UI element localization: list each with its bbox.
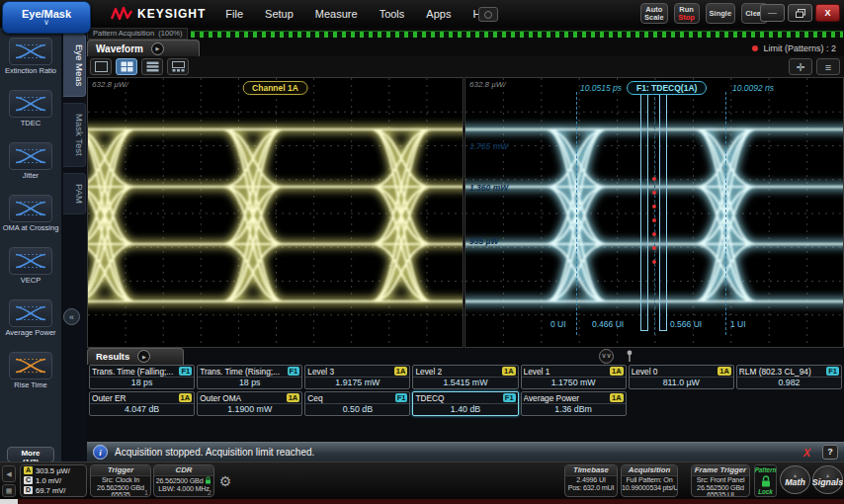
gear-icon[interactable]: ⚙ xyxy=(216,472,234,490)
side-tab[interactable]: PAM xyxy=(63,173,86,214)
extinction-ratio-icon xyxy=(9,38,52,65)
acquisition-panel[interactable]: Acquisition Full Pattern: On10.99000534 … xyxy=(621,464,678,497)
channel-row[interactable]: A 303.5 µW/ xyxy=(21,465,86,475)
waveform-panel-tdecq[interactable]: 632.8 µW/ 10.0515 ps F1: TDECQ(1A) 10.00… xyxy=(464,77,844,348)
jitter-icon xyxy=(9,142,52,170)
channel-row[interactable]: D 69.7 mV/ xyxy=(21,485,86,495)
channel-badge: A xyxy=(24,466,33,474)
panel-grid-button[interactable]: ▦ xyxy=(2,484,16,497)
collapse-sidebar-button[interactable]: « xyxy=(63,308,80,325)
results-section: Results ▶ ∨∨ Trans. Time (Falling;... F1… xyxy=(87,348,844,442)
time-annotation-right: 10.0092 ns xyxy=(732,83,774,93)
oma-at-crossing-icon xyxy=(9,195,52,222)
display-menu-icon[interactable]: ≡ xyxy=(816,58,840,75)
flexdca-app: KEYSIGHT FileSetupMeasureToolsAppsHelp A… xyxy=(0,0,844,504)
result-cell[interactable]: Trans. Time (Rising;... F1 18 ps xyxy=(197,365,302,389)
scroll-left-button[interactable]: ◀ xyxy=(2,465,16,482)
menu-item[interactable]: Apps xyxy=(426,8,451,20)
measurement-list: Extinction Ratio TDEC xyxy=(0,38,61,404)
play-icon[interactable]: ▶ xyxy=(151,42,164,55)
menu-item[interactable]: File xyxy=(225,8,243,20)
menu-item[interactable]: Measure xyxy=(315,8,358,20)
source-badge: F1 xyxy=(395,393,408,402)
source-badge: F1 xyxy=(179,367,192,376)
ui-label-0: 0 UI xyxy=(550,319,566,329)
tab-waveform[interactable]: Waveform ▶ xyxy=(87,40,200,56)
result-cell[interactable]: Trans. Time (Falling;... F1 18 ps xyxy=(89,365,195,389)
result-cell[interactable]: TDECQ F1 1.40 dB xyxy=(412,391,518,416)
pattern-progress-bar xyxy=(191,31,843,38)
side-tab-strip: Eye Meas Mask Test PAM xyxy=(61,28,87,464)
channel-row[interactable]: C 1.0 mV/ xyxy=(21,475,86,485)
measurement-button[interactable]: Jitter xyxy=(0,142,61,195)
single-button[interactable]: Single xyxy=(706,3,736,24)
result-cell[interactable]: Level 1 1A 1.1750 mW xyxy=(521,365,627,389)
layout-rows-button[interactable] xyxy=(141,58,163,75)
mode-selector-button[interactable]: Eye/Mask ∨ xyxy=(2,1,91,34)
dismiss-status-button[interactable]: X xyxy=(798,446,816,460)
measurement-button[interactable]: Extinction Ratio xyxy=(0,38,61,90)
collapse-results-icon[interactable]: ∨∨ xyxy=(599,349,614,364)
timebase-panel[interactable]: Timebase 2.4996 UIPos: 632.0 mUI xyxy=(564,464,618,497)
auto-scale-button[interactable]: Auto Scale xyxy=(640,3,668,24)
source-badge: 1A xyxy=(502,367,516,376)
channel-badge: C xyxy=(24,476,33,484)
result-cell[interactable]: Outer ER 1A 4.047 dB xyxy=(89,391,195,416)
waveform-panel-channel-1a[interactable]: 632.8 µW/ Channel 1A xyxy=(87,77,464,348)
menu-item[interactable]: Setup xyxy=(265,8,294,20)
tdecq-sample-dot xyxy=(652,260,656,264)
close-button[interactable]: X xyxy=(815,4,840,22)
result-cell[interactable]: Average Power 1A 1.36 dBm xyxy=(521,391,627,416)
cdr-panel[interactable]: CDR 26.562500 GBd LBW: 4.000 MHz 2 xyxy=(153,464,214,497)
tdecq-slicer-right[interactable] xyxy=(659,94,667,331)
screenshot-camera-icon[interactable] xyxy=(478,7,498,22)
result-value: 1.1750 mW xyxy=(522,377,626,388)
pan-move-icon[interactable]: ✛ xyxy=(789,58,812,75)
ui-marker-0[interactable] xyxy=(576,92,577,335)
frame-trigger-panel[interactable]: Frame Trigger Src: Front Panel26.562500 … xyxy=(691,464,750,497)
tdecq-function-pill[interactable]: F1: TDECQ(1A) xyxy=(627,81,707,95)
ui-label-0566: 0.566 UI xyxy=(670,319,702,329)
result-cell[interactable]: Level 3 1A 1.9175 mW xyxy=(304,365,410,389)
trigger-panel[interactable]: Trigger Src: Clock In26.562500 GBd65535 … xyxy=(90,464,151,497)
help-button[interactable]: ? xyxy=(822,445,838,460)
tdecq-slicer-left[interactable] xyxy=(640,94,648,331)
result-cell[interactable]: Level 2 1A 1.5415 mW xyxy=(412,365,518,389)
results-play-icon[interactable]: ▶ xyxy=(137,350,150,363)
pattern-lock-toggle[interactable]: Pattern Lock xyxy=(754,464,777,497)
run-stop-button[interactable]: Run Stop xyxy=(674,3,700,24)
measurement-button[interactable]: Average Power xyxy=(0,299,61,352)
math-button[interactable]: ▲ Math xyxy=(780,465,810,494)
ui-marker-1[interactable] xyxy=(725,92,726,335)
vertical-scale-label: 632.8 µW/ xyxy=(92,80,128,89)
result-cell[interactable]: Ceq F1 0.50 dB xyxy=(304,391,410,416)
side-tab[interactable]: Mask Test xyxy=(63,103,86,167)
more-measurements-button[interactable]: More (1/3) xyxy=(7,447,54,462)
channels-panel[interactable]: A 303.5 µW/ C 1.0 mV/ D 69.7 mV/ xyxy=(20,464,87,497)
side-tab[interactable]: Eye Meas xyxy=(63,34,86,97)
signals-button[interactable]: ▲ Signals xyxy=(812,465,843,494)
menu-item[interactable]: Tools xyxy=(380,8,405,20)
layout-split-button[interactable] xyxy=(116,58,137,75)
source-badge: 1A xyxy=(717,367,731,376)
minimize-button[interactable]: — xyxy=(760,4,785,22)
pattern-acquisition-strip: Pattern Acquisition (100%) xyxy=(87,28,844,40)
result-cell[interactable]: Level 0 1A 811.0 µW xyxy=(629,365,734,389)
result-value: 1.1900 mW xyxy=(198,403,301,415)
measurement-button[interactable]: Rise Time xyxy=(0,352,61,404)
brand-text: KEYSIGHT xyxy=(137,7,206,21)
layout-single-button[interactable] xyxy=(90,58,112,75)
result-value: 0.982 xyxy=(737,377,841,388)
tdecq-sample-dot xyxy=(652,177,656,181)
pin-icon[interactable] xyxy=(626,350,633,363)
menu-bar: FileSetupMeasureToolsAppsHelp xyxy=(225,8,495,20)
restore-button[interactable] xyxy=(788,4,812,22)
layout-tiled-button[interactable] xyxy=(167,58,189,75)
result-cell[interactable]: Outer OMA 1A 1.1900 mW xyxy=(197,391,302,416)
measurement-button[interactable]: TDEC xyxy=(0,90,61,142)
tab-results[interactable]: Results ▶ xyxy=(87,348,184,365)
channel-1a-pill[interactable]: Channel 1A xyxy=(242,81,308,95)
measurement-button[interactable]: OMA at Crossing xyxy=(0,195,61,247)
measurement-button[interactable]: VECP xyxy=(0,247,61,299)
result-cell[interactable]: RLM (802.3 CL_94) F1 0.982 xyxy=(736,365,842,389)
